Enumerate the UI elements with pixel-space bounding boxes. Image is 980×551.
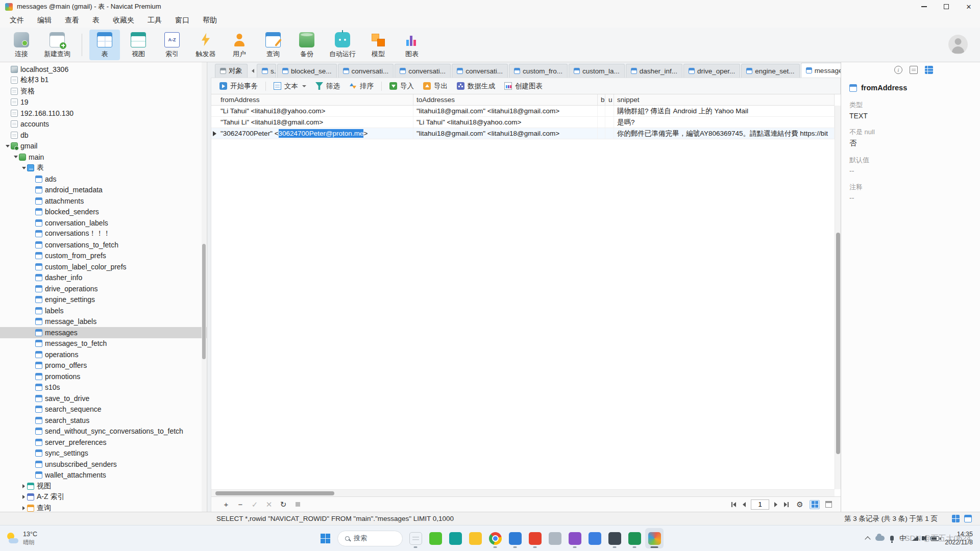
sidebar-item-blocked-senders[interactable]: blocked_senders bbox=[0, 207, 207, 218]
mail-icon[interactable] bbox=[446, 528, 464, 548]
cell-u[interactable] bbox=[605, 117, 614, 128]
prev-page-button[interactable] bbox=[741, 500, 747, 509]
cell-snippet[interactable]: 購物群組? 傳送自 Android 上的 Yahoo Mail bbox=[614, 106, 835, 116]
chevron-down-icon[interactable] bbox=[12, 154, 19, 160]
toolbar-connection-button[interactable]: 连接 bbox=[6, 30, 37, 60]
text-mode-button[interactable]: 文本 bbox=[270, 80, 310, 93]
refresh-button[interactable]: ↻ bbox=[277, 499, 289, 510]
tab-engine-set[interactable]: engine_set... bbox=[741, 64, 799, 78]
chevron-right-icon[interactable] bbox=[20, 505, 27, 511]
sidebar-item-custom-label-color-prefs[interactable]: custom_label_color_prefs bbox=[0, 261, 207, 272]
info-icon[interactable] bbox=[894, 66, 902, 74]
sidebar-item-android-metadata[interactable]: android_metadata bbox=[0, 185, 207, 196]
toolbar-view-button[interactable]: 视图 bbox=[123, 30, 154, 60]
stop-button[interactable] bbox=[291, 499, 304, 510]
tab-conversati-1[interactable]: conversati... bbox=[338, 64, 394, 78]
begin-transaction-button[interactable]: 开始事务 bbox=[215, 80, 262, 93]
cell-fromaddress[interactable]: "Tahui Li" <litahui18@gmail.com> bbox=[217, 117, 413, 128]
onedrive-cloud-icon[interactable] bbox=[875, 536, 885, 541]
add-record-button[interactable]: + bbox=[220, 499, 232, 510]
minimize-button[interactable] bbox=[913, 0, 935, 13]
cell-b[interactable] bbox=[598, 128, 605, 139]
sidebar-item-drive-operations[interactable]: drive_operations bbox=[0, 283, 207, 294]
menu-item-7[interactable]: 帮助 bbox=[196, 13, 224, 28]
sidebar-item-localhost-3306[interactable]: localhost_3306 bbox=[0, 64, 207, 75]
next-page-button[interactable] bbox=[773, 500, 779, 509]
weather-widget[interactable]: 13°C 晴朗 bbox=[0, 531, 37, 546]
cell-toaddresses[interactable]: "litahui18@gmail.com" <litahui18@gmail.c… bbox=[413, 106, 598, 116]
delete-record-button[interactable]: − bbox=[234, 499, 247, 510]
sidebar-item-s10s[interactable]: s10s bbox=[0, 382, 207, 393]
table-row[interactable]: "30624700Peter" <30624700Peter@proton.me… bbox=[211, 128, 835, 139]
tab-custom-fro[interactable]: custom_fro... bbox=[509, 64, 568, 78]
cell-toaddresses[interactable]: "Li Tahui" <litahui18@yahoo.com> bbox=[413, 117, 598, 128]
excel-icon[interactable] bbox=[625, 528, 644, 548]
cell-fromaddress[interactable]: "Li Tahui" <litahui18@yahoo.com> bbox=[217, 106, 413, 116]
vertical-scrollbar-thumb[interactable] bbox=[836, 233, 840, 454]
menu-item-0[interactable]: 文件 bbox=[3, 13, 31, 28]
toolbar-new-query-button[interactable]: 新建查询 bbox=[40, 30, 75, 60]
menu-item-3[interactable]: 表 bbox=[86, 13, 106, 28]
sidebar-item-ads[interactable]: ads bbox=[0, 173, 207, 185]
table-row[interactable]: "Tahui Li" <litahui18@gmail.com>"Li Tahu… bbox=[211, 117, 835, 128]
cell-fromaddress[interactable]: "30624700Peter" <30624700Peter@proton.me… bbox=[217, 128, 413, 139]
tray-chevron-up-icon[interactable] bbox=[865, 536, 871, 542]
grid-layout-icon[interactable] bbox=[952, 515, 960, 522]
close-button[interactable]: ✕ bbox=[958, 0, 980, 13]
xml-view-icon[interactable] bbox=[910, 66, 918, 74]
toolbar-automation-button[interactable]: 自动运行 bbox=[325, 30, 360, 60]
sidebar-item-19[interactable]: 19 bbox=[0, 97, 207, 108]
sort-button[interactable]: 排序 bbox=[345, 80, 378, 93]
menu-item-6[interactable]: 窗口 bbox=[168, 13, 196, 28]
sidebar-item-views-folder[interactable]: 视图 bbox=[0, 481, 207, 492]
column-header-u[interactable]: u bbox=[605, 94, 614, 105]
column-header-b[interactable]: b bbox=[598, 94, 605, 105]
tab-conversati-2[interactable]: conversati... bbox=[395, 64, 451, 78]
menu-item-1[interactable]: 编辑 bbox=[31, 13, 58, 28]
tab-drive-oper[interactable]: drive_oper... bbox=[683, 64, 740, 78]
sidebar-item-db[interactable]: db bbox=[0, 130, 207, 141]
edge-icon[interactable] bbox=[506, 528, 524, 548]
sidebar-item-promotions[interactable]: promotions bbox=[0, 371, 207, 382]
menu-item-2[interactable]: 查看 bbox=[58, 13, 86, 28]
tab-dasher-inf[interactable]: dasher_inf... bbox=[626, 64, 682, 78]
sidebar-item-engine-settings[interactable]: engine_settings bbox=[0, 294, 207, 306]
chevron-down-icon[interactable] bbox=[4, 143, 11, 149]
cell-snippet[interactable]: 是嗎? bbox=[614, 117, 835, 128]
cell-u[interactable] bbox=[605, 128, 614, 139]
chrome-icon[interactable] bbox=[486, 528, 504, 548]
table-row[interactable]: "Li Tahui" <litahui18@yahoo.com>"litahui… bbox=[211, 106, 835, 117]
phone-link-icon[interactable] bbox=[546, 528, 564, 548]
sidebar-item-gmail[interactable]: gmail bbox=[0, 141, 207, 152]
chevron-down-icon[interactable] bbox=[20, 165, 27, 171]
sidebar-item-tables-folder[interactable]: 表 bbox=[0, 163, 207, 174]
sidebar-item-save-to-drive[interactable]: save_to_drive bbox=[0, 393, 207, 404]
tab-objects[interactable]: 对象 bbox=[215, 64, 248, 78]
maximize-button[interactable] bbox=[935, 0, 958, 13]
chevron-right-icon[interactable] bbox=[20, 483, 27, 489]
clock[interactable]: 14:35 2022/11/8 bbox=[945, 530, 973, 547]
microphone-icon[interactable] bbox=[890, 536, 894, 541]
sidebar-item-unsubscribed-senders[interactable]: unsubscribed_senders bbox=[0, 459, 207, 470]
tab-custom-la[interactable]: custom_la... bbox=[569, 64, 625, 78]
sidebar-item-192-168-110-130[interactable]: 192.168.110.130 bbox=[0, 108, 207, 119]
sidebar-item-server-preferences[interactable]: server_preferences bbox=[0, 437, 207, 448]
sidebar-item-custom-from-prefs[interactable]: custom_from_prefs bbox=[0, 251, 207, 262]
vertical-scrollbar[interactable] bbox=[835, 106, 841, 489]
data-generation-button[interactable]: 数据生成 bbox=[453, 80, 499, 93]
tab-partial[interactable]: s... bbox=[257, 64, 276, 78]
sidebar-item-message-labels[interactable]: message_labels bbox=[0, 316, 207, 328]
chevron-right-icon[interactable] bbox=[20, 494, 27, 500]
cell-b[interactable] bbox=[598, 117, 605, 128]
cell-b[interactable] bbox=[598, 106, 605, 116]
taskbar-search[interactable]: 搜索 bbox=[337, 531, 403, 546]
sidebar-item-dasher-info[interactable]: dasher_info bbox=[0, 272, 207, 284]
create-chart-button[interactable]: 创建图表 bbox=[500, 80, 547, 93]
cell-u[interactable] bbox=[605, 106, 614, 116]
toolbar-query-button[interactable]: 查询 bbox=[258, 30, 288, 60]
sidebar-item-messages[interactable]: messages bbox=[0, 327, 207, 338]
tree-scrollbar-thumb[interactable] bbox=[202, 244, 206, 359]
toolbar-table-button[interactable]: 表 bbox=[89, 30, 120, 60]
sidebar-item-search-status[interactable]: search_status bbox=[0, 415, 207, 426]
grid-view-panel-icon[interactable] bbox=[925, 66, 933, 74]
